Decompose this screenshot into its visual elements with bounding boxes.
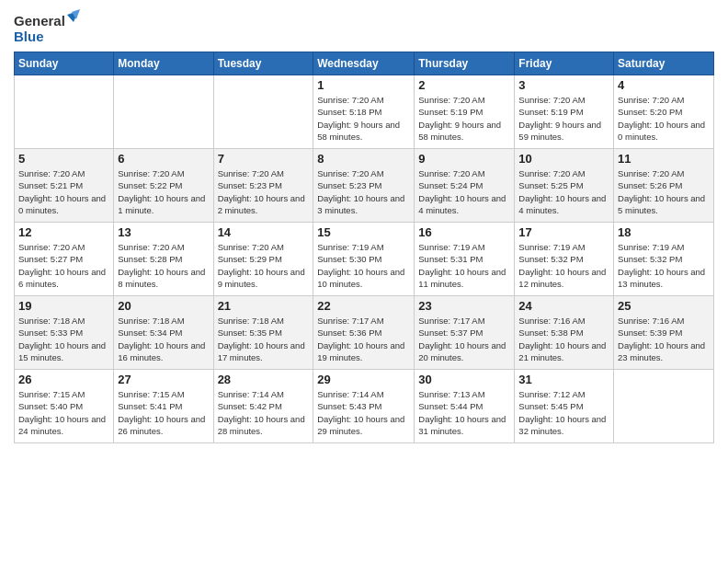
calendar-cell: 24Sunrise: 7:16 AM Sunset: 5:38 PM Dayli… — [515, 296, 614, 370]
day-info: Sunrise: 7:19 AM Sunset: 5:32 PM Dayligh… — [618, 241, 710, 290]
col-header-sunday: Sunday — [15, 52, 114, 75]
calendar-week-4: 26Sunrise: 7:15 AM Sunset: 5:40 PM Dayli… — [15, 370, 714, 443]
day-info: Sunrise: 7:20 AM Sunset: 5:20 PM Dayligh… — [618, 94, 710, 143]
day-number: 22 — [317, 299, 410, 313]
calendar-table: SundayMondayTuesdayWednesdayThursdayFrid… — [14, 52, 714, 443]
day-number: 14 — [218, 225, 310, 239]
day-number: 15 — [317, 225, 410, 239]
day-number: 21 — [218, 299, 310, 313]
day-info: Sunrise: 7:20 AM Sunset: 5:25 PM Dayligh… — [518, 167, 609, 216]
day-number: 4 — [618, 78, 710, 92]
day-info: Sunrise: 7:20 AM Sunset: 5:23 PM Dayligh… — [317, 167, 410, 216]
day-info: Sunrise: 7:20 AM Sunset: 5:29 PM Dayligh… — [218, 241, 310, 290]
calendar-cell: 19Sunrise: 7:18 AM Sunset: 5:33 PM Dayli… — [15, 296, 114, 370]
day-number: 23 — [418, 299, 510, 313]
day-info: Sunrise: 7:18 AM Sunset: 5:33 PM Dayligh… — [18, 315, 109, 363]
day-info: Sunrise: 7:20 AM Sunset: 5:22 PM Dayligh… — [118, 167, 209, 216]
day-number: 6 — [118, 152, 209, 166]
col-header-saturday: Saturday — [614, 52, 714, 75]
day-number: 2 — [418, 78, 510, 92]
calendar-cell: 25Sunrise: 7:16 AM Sunset: 5:39 PM Dayli… — [614, 296, 714, 370]
calendar-cell: 28Sunrise: 7:14 AM Sunset: 5:42 PM Dayli… — [213, 370, 313, 443]
calendar-cell — [15, 75, 114, 149]
col-header-monday: Monday — [114, 52, 213, 75]
calendar-header-row: SundayMondayTuesdayWednesdayThursdayFrid… — [15, 52, 714, 75]
svg-text:Blue: Blue — [14, 29, 44, 44]
header: General Blue — [14, 9, 714, 46]
col-header-thursday: Thursday — [415, 52, 515, 75]
calendar-cell: 16Sunrise: 7:19 AM Sunset: 5:31 PM Dayli… — [415, 223, 515, 296]
day-number: 24 — [518, 299, 609, 313]
day-number: 26 — [18, 373, 109, 386]
calendar-cell: 7Sunrise: 7:20 AM Sunset: 5:23 PM Daylig… — [213, 149, 313, 223]
calendar-week-0: 1Sunrise: 7:20 AM Sunset: 5:18 PM Daylig… — [15, 75, 714, 149]
day-number: 11 — [618, 152, 710, 166]
day-number: 28 — [218, 373, 310, 386]
calendar-cell: 8Sunrise: 7:20 AM Sunset: 5:23 PM Daylig… — [313, 149, 415, 223]
day-number: 13 — [118, 225, 209, 239]
day-info: Sunrise: 7:14 AM Sunset: 5:42 PM Dayligh… — [218, 388, 310, 437]
calendar-cell — [213, 75, 313, 149]
logo: General Blue — [14, 9, 80, 46]
calendar-cell: 13Sunrise: 7:20 AM Sunset: 5:28 PM Dayli… — [114, 223, 213, 296]
calendar-cell: 15Sunrise: 7:19 AM Sunset: 5:30 PM Dayli… — [313, 223, 415, 296]
day-info: Sunrise: 7:19 AM Sunset: 5:30 PM Dayligh… — [317, 241, 410, 290]
calendar-cell: 14Sunrise: 7:20 AM Sunset: 5:29 PM Dayli… — [213, 223, 313, 296]
calendar-cell: 31Sunrise: 7:12 AM Sunset: 5:45 PM Dayli… — [515, 370, 614, 443]
calendar-cell: 29Sunrise: 7:14 AM Sunset: 5:43 PM Dayli… — [313, 370, 415, 443]
day-number: 30 — [418, 373, 510, 386]
day-info: Sunrise: 7:20 AM Sunset: 5:19 PM Dayligh… — [518, 94, 609, 143]
calendar-cell: 1Sunrise: 7:20 AM Sunset: 5:18 PM Daylig… — [313, 75, 415, 149]
day-number: 7 — [218, 152, 310, 166]
calendar-cell: 11Sunrise: 7:20 AM Sunset: 5:26 PM Dayli… — [614, 149, 714, 223]
day-info: Sunrise: 7:13 AM Sunset: 5:44 PM Dayligh… — [418, 388, 510, 437]
svg-text:General: General — [14, 13, 65, 29]
calendar-cell: 26Sunrise: 7:15 AM Sunset: 5:40 PM Dayli… — [15, 370, 114, 443]
col-header-tuesday: Tuesday — [213, 52, 313, 75]
day-number: 1 — [317, 78, 410, 92]
day-info: Sunrise: 7:17 AM Sunset: 5:37 PM Dayligh… — [418, 315, 510, 363]
day-number: 10 — [518, 152, 609, 166]
day-info: Sunrise: 7:20 AM Sunset: 5:21 PM Dayligh… — [18, 167, 109, 216]
day-info: Sunrise: 7:14 AM Sunset: 5:43 PM Dayligh… — [317, 388, 410, 437]
calendar-cell: 5Sunrise: 7:20 AM Sunset: 5:21 PM Daylig… — [15, 149, 114, 223]
calendar-cell: 12Sunrise: 7:20 AM Sunset: 5:27 PM Dayli… — [15, 223, 114, 296]
calendar-cell — [114, 75, 213, 149]
calendar-cell: 21Sunrise: 7:18 AM Sunset: 5:35 PM Dayli… — [213, 296, 313, 370]
day-number: 16 — [418, 225, 510, 239]
day-info: Sunrise: 7:17 AM Sunset: 5:36 PM Dayligh… — [317, 315, 410, 363]
calendar-cell: 4Sunrise: 7:20 AM Sunset: 5:20 PM Daylig… — [614, 75, 714, 149]
calendar-cell: 9Sunrise: 7:20 AM Sunset: 5:24 PM Daylig… — [415, 149, 515, 223]
day-info: Sunrise: 7:20 AM Sunset: 5:24 PM Dayligh… — [418, 167, 510, 216]
day-number: 20 — [118, 299, 209, 313]
calendar-cell: 20Sunrise: 7:18 AM Sunset: 5:34 PM Dayli… — [114, 296, 213, 370]
day-number: 12 — [18, 225, 109, 239]
day-info: Sunrise: 7:18 AM Sunset: 5:34 PM Dayligh… — [118, 315, 209, 363]
col-header-wednesday: Wednesday — [313, 52, 415, 75]
day-info: Sunrise: 7:19 AM Sunset: 5:31 PM Dayligh… — [418, 241, 510, 290]
day-number: 18 — [618, 225, 710, 239]
day-info: Sunrise: 7:20 AM Sunset: 5:28 PM Dayligh… — [118, 241, 209, 290]
day-number: 5 — [18, 152, 109, 166]
day-number: 25 — [618, 299, 710, 313]
logo-svg: General Blue — [14, 9, 80, 46]
calendar-cell: 10Sunrise: 7:20 AM Sunset: 5:25 PM Dayli… — [515, 149, 614, 223]
day-info: Sunrise: 7:18 AM Sunset: 5:35 PM Dayligh… — [218, 315, 310, 363]
day-info: Sunrise: 7:16 AM Sunset: 5:39 PM Dayligh… — [618, 315, 710, 363]
day-info: Sunrise: 7:19 AM Sunset: 5:32 PM Dayligh… — [518, 241, 609, 290]
day-info: Sunrise: 7:20 AM Sunset: 5:27 PM Dayligh… — [18, 241, 109, 290]
calendar-cell: 3Sunrise: 7:20 AM Sunset: 5:19 PM Daylig… — [515, 75, 614, 149]
day-number: 9 — [418, 152, 510, 166]
day-info: Sunrise: 7:20 AM Sunset: 5:18 PM Dayligh… — [317, 94, 410, 143]
calendar-week-3: 19Sunrise: 7:18 AM Sunset: 5:33 PM Dayli… — [15, 296, 714, 370]
calendar-week-1: 5Sunrise: 7:20 AM Sunset: 5:21 PM Daylig… — [15, 149, 714, 223]
calendar-cell: 17Sunrise: 7:19 AM Sunset: 5:32 PM Dayli… — [515, 223, 614, 296]
day-info: Sunrise: 7:20 AM Sunset: 5:23 PM Dayligh… — [218, 167, 310, 216]
day-info: Sunrise: 7:15 AM Sunset: 5:41 PM Dayligh… — [118, 388, 209, 437]
col-header-friday: Friday — [515, 52, 614, 75]
day-number: 8 — [317, 152, 410, 166]
day-number: 29 — [317, 373, 410, 386]
day-number: 31 — [518, 373, 609, 386]
calendar-cell: 6Sunrise: 7:20 AM Sunset: 5:22 PM Daylig… — [114, 149, 213, 223]
day-number: 27 — [118, 373, 209, 386]
